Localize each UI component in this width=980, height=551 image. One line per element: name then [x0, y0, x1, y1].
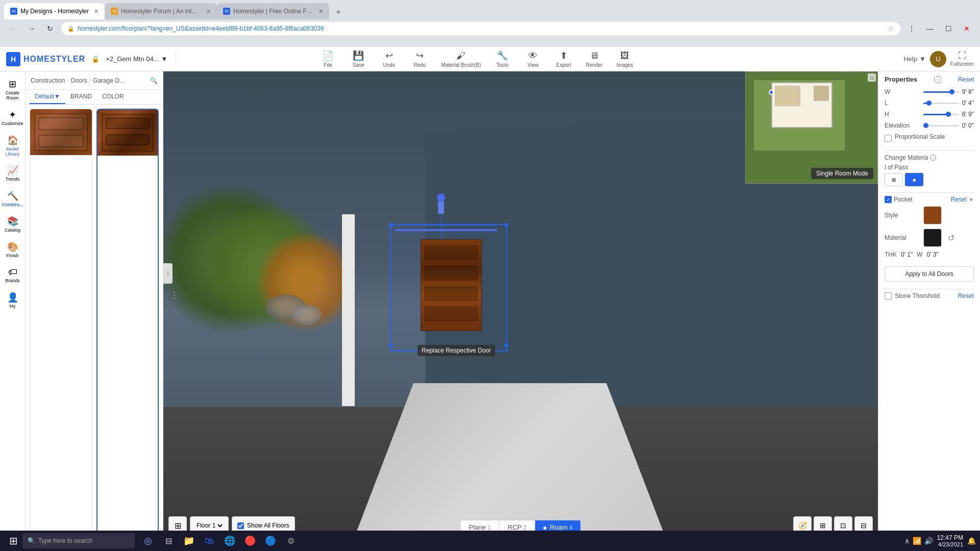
pocket-checkbox[interactable]: ✓: [885, 196, 892, 203]
taskbar-network[interactable]: 📶: [913, 537, 921, 545]
taskbar-app-chrome[interactable]: 🌐: [220, 532, 239, 550]
file-button[interactable]: 📄 File: [313, 48, 342, 70]
panel-item-1[interactable]: [30, 109, 92, 535]
search-toggle[interactable]: 🔍: [150, 77, 158, 84]
panel-item-2[interactable]: [96, 109, 159, 535]
stone-threshold-reset[interactable]: Reset: [958, 292, 974, 299]
new-tab-button[interactable]: +: [331, 5, 346, 19]
close-button[interactable]: ✕: [960, 21, 974, 36]
pocket-header: ✓ Pocket Reset ▼: [885, 196, 974, 203]
extensions-button[interactable]: ⋮: [904, 21, 919, 36]
maximize-button[interactable]: ☐: [941, 21, 955, 36]
tab-brand[interactable]: BRAND: [65, 90, 97, 104]
resize-handle[interactable]: [170, 287, 178, 303]
prop-l-thumb[interactable]: [926, 101, 932, 106]
tab-forum[interactable]: H Homestyler Forum | An internati... ✕: [105, 3, 217, 19]
tools-button[interactable]: 🔧 Tools: [488, 48, 517, 70]
tab-my-designs[interactable]: H My Designs - Homestyler ✕: [4, 3, 105, 19]
selection-handle-br[interactable]: [504, 343, 508, 347]
prop-h-thumb[interactable]: [946, 112, 951, 117]
url-bar[interactable]: 🔒 homestyler.com/floorplan/?lang=en_US&a…: [61, 22, 900, 35]
apply-all-doors-button[interactable]: Apply to All Doors: [885, 266, 974, 282]
tab1-close[interactable]: ✕: [94, 8, 99, 15]
style-swatch[interactable]: [923, 206, 942, 224]
prop-elev-slider[interactable]: [923, 125, 959, 127]
taskbar-app-store[interactable]: 🛍: [200, 532, 218, 550]
forward-button[interactable]: →: [24, 21, 39, 36]
breadcrumb-doors[interactable]: Doors: [71, 77, 87, 84]
show-all-floors-checkbox[interactable]: [237, 522, 244, 529]
selection-handle-bl[interactable]: [389, 343, 393, 347]
taskbar-clock[interactable]: 12:47 PM 4/23/2021: [937, 534, 963, 547]
start-button[interactable]: ⊞: [4, 532, 22, 550]
save-button[interactable]: 💾 Save: [344, 48, 373, 70]
sidebar-item-model-library[interactable]: 🏠 ModelLibrary: [1, 132, 24, 160]
breadcrumb-arrow2: ›: [89, 78, 91, 83]
taskbar-app-blue[interactable]: 🔵: [261, 532, 280, 550]
properties-info-icon[interactable]: i: [934, 76, 941, 83]
door-object[interactable]: [421, 239, 482, 341]
taskbar-volume[interactable]: 🔊: [924, 537, 933, 545]
selection-handle-tr[interactable]: [504, 223, 508, 227]
redo-button[interactable]: ↪ Redo: [405, 48, 434, 70]
prop-w-slider[interactable]: [923, 91, 959, 93]
sidebar-item-construction[interactable]: 🔨 Constru...: [1, 187, 24, 211]
tab2-close[interactable]: ✕: [206, 8, 211, 15]
project-name[interactable]: ×2_Gem Mtn 04... ▼: [106, 55, 167, 63]
sidebar-item-my[interactable]: 👤 My: [1, 289, 24, 312]
pocket-arrow[interactable]: ▼: [969, 197, 974, 203]
material-swatch[interactable]: [923, 229, 942, 247]
breadcrumb-construction[interactable]: Construction: [31, 77, 65, 84]
taskbar-app-cortana[interactable]: ◎: [139, 532, 157, 550]
sidebar-item-brands[interactable]: 🏷 Brands: [1, 264, 24, 287]
sidebar-item-catalog[interactable]: 📚 Catalog: [1, 213, 24, 236]
taskbar-app-settings[interactable]: ⚙: [282, 532, 300, 550]
tab-color[interactable]: COLOR: [97, 90, 129, 104]
reload-button[interactable]: ↻: [43, 21, 57, 36]
sidebar-item-trends[interactable]: 📈 Trends: [1, 162, 24, 185]
minimize-button[interactable]: —: [923, 21, 937, 36]
minimap-minimize[interactable]: □: [868, 73, 876, 82]
selection-handle-tl[interactable]: [389, 223, 393, 227]
single-room-mode-button[interactable]: Single Room Mode: [811, 168, 873, 179]
canvas-area[interactable]: Replace Respective Door: [163, 71, 878, 551]
taskbar-search[interactable]: 🔍 Type here to search: [22, 533, 135, 548]
proportional-scale-checkbox[interactable]: [885, 135, 892, 142]
prop-h-slider[interactable]: [923, 114, 959, 115]
sidebar-item-finish[interactable]: 🎨 Finish: [1, 238, 24, 262]
taskbar-notification[interactable]: 🔔: [967, 537, 976, 545]
sidebar-item-create-room[interactable]: ⊞ CreateRoom: [1, 76, 24, 104]
user-avatar[interactable]: U: [930, 51, 946, 67]
prop-l-slider[interactable]: [923, 103, 959, 104]
back-button[interactable]: ←: [6, 21, 20, 36]
sidebar-item-customize[interactable]: ✦ Customize: [1, 106, 24, 130]
taskbar-app-files[interactable]: 📁: [180, 532, 198, 550]
view-button[interactable]: 👁 View: [519, 48, 547, 70]
prop-w-thumb[interactable]: [949, 89, 954, 94]
floor-select-dropdown[interactable]: Floor 1: [194, 521, 224, 530]
taskbar-chevron[interactable]: ∧: [904, 537, 910, 545]
change-material-info[interactable]: i: [930, 155, 936, 161]
star-icon[interactable]: ☆: [888, 24, 894, 33]
tab-default[interactable]: Default▼: [30, 90, 65, 104]
mat-btn-1[interactable]: ⊞: [885, 173, 903, 186]
taskbar-app-taskview[interactable]: ⊟: [159, 532, 178, 550]
stone-threshold-checkbox[interactable]: [885, 292, 892, 299]
refresh-icon[interactable]: ↺: [945, 232, 957, 244]
tab-floorplan[interactable]: H Homestyler | Free Online Floor P... ✕: [217, 3, 329, 19]
mat-btn-2[interactable]: ■: [905, 173, 923, 186]
pocket-reset[interactable]: Reset: [951, 196, 967, 203]
render-button[interactable]: 🖥 Render: [580, 48, 608, 70]
material-brush-button[interactable]: 🖌 Material Brush(B): [436, 48, 486, 70]
left-panel-collapse-button[interactable]: ‹: [163, 263, 173, 284]
prop-elev-thumb[interactable]: [923, 123, 928, 128]
prop-row-h: H 6' 9": [885, 111, 974, 118]
export-button[interactable]: ⬆ Export: [549, 48, 578, 70]
properties-reset[interactable]: Reset: [958, 76, 974, 83]
fullscreen-button[interactable]: ⛶ Fullscreen: [950, 51, 974, 67]
tab3-close[interactable]: ✕: [318, 8, 323, 15]
taskbar-app-red[interactable]: 🔴: [241, 532, 259, 550]
help-button[interactable]: Help ▼: [903, 55, 926, 63]
images-button[interactable]: 🖼 Images: [610, 48, 639, 70]
undo-button[interactable]: ↩ Undo: [375, 48, 403, 70]
